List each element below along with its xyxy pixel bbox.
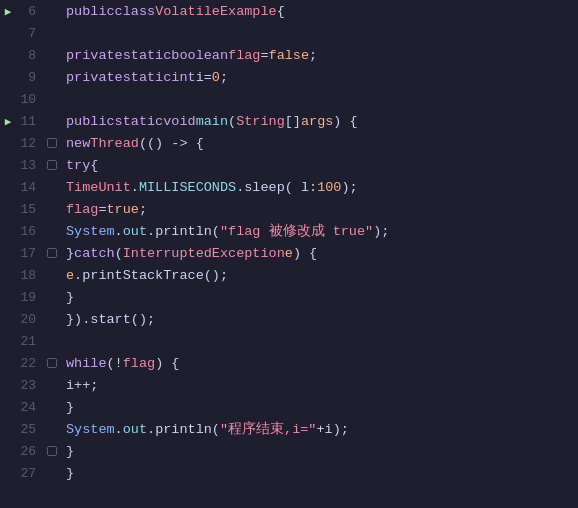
run-icon[interactable] [0, 308, 16, 330]
line-number: 27 [16, 466, 44, 481]
breakpoint[interactable] [44, 374, 60, 396]
code-line: public class VolatileExample { [66, 0, 578, 22]
token: VolatileExample [155, 4, 277, 19]
run-icon[interactable] [0, 22, 16, 44]
breakpoint[interactable] [44, 22, 60, 44]
code-line [66, 22, 578, 44]
token: catch [74, 246, 115, 261]
run-icon[interactable]: ▶ [0, 110, 16, 132]
token: } [66, 246, 74, 261]
line-number: 20 [16, 312, 44, 327]
run-icon[interactable] [0, 176, 16, 198]
token: } [66, 400, 74, 415]
token: .printStackTrace(); [74, 268, 228, 283]
token: static [123, 48, 172, 63]
line-gutter: ▶678910▶11121314151617181920212223242526… [0, 0, 62, 508]
gutter-line: 25 [0, 418, 62, 440]
breakpoint[interactable] [44, 396, 60, 418]
breakpoint[interactable] [44, 44, 60, 66]
line-number: 8 [16, 48, 44, 63]
token: static [115, 114, 164, 129]
gutter-line: ▶11 [0, 110, 62, 132]
token: "flag 被修改成 true" [220, 222, 373, 240]
run-icon[interactable] [0, 286, 16, 308]
run-icon[interactable] [0, 418, 16, 440]
line-number: 6 [16, 4, 44, 19]
token: public [66, 4, 115, 19]
run-icon[interactable] [0, 264, 16, 286]
gutter-line: 10 [0, 88, 62, 110]
line-number: 13 [16, 158, 44, 173]
code-line: System.out.println("程序结束,i=" + i); [66, 418, 578, 440]
run-icon[interactable] [0, 88, 16, 110]
run-icon[interactable] [0, 44, 16, 66]
token: [] [285, 114, 301, 129]
breakpoint[interactable] [44, 418, 60, 440]
gutter-line: 16 [0, 220, 62, 242]
line-number: 16 [16, 224, 44, 239]
code-line: e.printStackTrace(); [66, 264, 578, 286]
run-icon[interactable] [0, 396, 16, 418]
token: class [115, 4, 156, 19]
breakpoint[interactable] [44, 220, 60, 242]
run-icon[interactable] [0, 198, 16, 220]
gutter-line: 22 [0, 352, 62, 374]
code-line: private static int i = 0; [66, 66, 578, 88]
token: i [196, 70, 204, 85]
token: .println( [147, 422, 220, 437]
breakpoint[interactable] [44, 286, 60, 308]
breakpoint[interactable] [44, 66, 60, 88]
breakpoint[interactable] [44, 0, 60, 22]
token: ); [333, 422, 349, 437]
code-line: public static void main(String[] args) { [66, 110, 578, 132]
breakpoint[interactable] [44, 440, 60, 462]
line-number: 21 [16, 334, 44, 349]
breakpoint[interactable] [44, 462, 60, 484]
run-icon[interactable] [0, 154, 16, 176]
breakpoint[interactable] [44, 264, 60, 286]
code-line: TimeUnit.MILLISECONDS.sleep( l: 100); [66, 176, 578, 198]
run-icon[interactable] [0, 66, 16, 88]
gutter-line: 8 [0, 44, 62, 66]
token: TimeUnit [66, 180, 131, 195]
token: = [260, 48, 268, 63]
token: . [131, 180, 139, 195]
line-number: 17 [16, 246, 44, 261]
breakpoint[interactable] [44, 352, 60, 374]
breakpoint[interactable] [44, 242, 60, 264]
token: System [66, 422, 115, 437]
run-icon[interactable] [0, 220, 16, 242]
token: { [90, 158, 98, 173]
token: new [66, 136, 90, 151]
breakpoint[interactable] [44, 88, 60, 110]
breakpoint[interactable] [44, 176, 60, 198]
gutter-line: 13 [0, 154, 62, 176]
breakpoint[interactable] [44, 110, 60, 132]
breakpoint[interactable] [44, 198, 60, 220]
token: = [98, 202, 106, 217]
breakpoint[interactable] [44, 132, 60, 154]
token: } [66, 290, 74, 305]
breakpoint[interactable] [44, 308, 60, 330]
code-line: flag = true; [66, 198, 578, 220]
run-icon[interactable] [0, 352, 16, 374]
code-editor: ▶678910▶11121314151617181920212223242526… [0, 0, 578, 508]
token: Thread [90, 136, 139, 151]
code-line: } [66, 396, 578, 418]
run-icon[interactable] [0, 330, 16, 352]
run-icon[interactable] [0, 132, 16, 154]
breakpoint[interactable] [44, 330, 60, 352]
token: MILLISECONDS [139, 180, 236, 195]
line-number: 18 [16, 268, 44, 283]
token: private [66, 48, 123, 63]
breakpoint[interactable] [44, 154, 60, 176]
run-icon[interactable] [0, 462, 16, 484]
run-icon[interactable]: ▶ [0, 0, 16, 22]
gutter-line: 14 [0, 176, 62, 198]
gutter-line: 24 [0, 396, 62, 418]
run-icon[interactable] [0, 242, 16, 264]
run-icon[interactable] [0, 440, 16, 462]
run-icon[interactable] [0, 374, 16, 396]
code-line: i++; [66, 374, 578, 396]
code-line: System.out.println("flag 被修改成 true"); [66, 220, 578, 242]
